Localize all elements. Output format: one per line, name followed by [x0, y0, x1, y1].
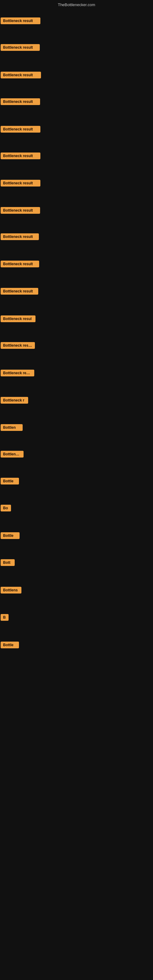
bottleneck-badge-22[interactable]: Bottlens [1, 587, 21, 593]
bottleneck-result-row-9: Bottleneck result [1, 233, 39, 241]
bottleneck-result-row-8: Bottleneck result [1, 207, 40, 215]
bottleneck-badge-24[interactable]: Bottle [1, 641, 19, 648]
bottleneck-badge-10[interactable]: Bottleneck result [1, 261, 39, 267]
bottleneck-badge-19[interactable]: Bo [1, 505, 11, 511]
bottleneck-result-row-23: B [1, 614, 9, 622]
bottleneck-result-row-4: Bottleneck result [1, 98, 40, 106]
bottleneck-badge-15[interactable]: Bottleneck r [1, 397, 28, 404]
bottleneck-result-row-13: Bottleneck result [1, 342, 35, 350]
bottleneck-result-row-3: Bottleneck result [1, 72, 41, 80]
bottleneck-result-row-19: Bo [1, 505, 11, 513]
bottleneck-badge-12[interactable]: Bottleneck resul [1, 315, 35, 322]
bottleneck-badge-20[interactable]: Bottle [1, 532, 19, 539]
bottleneck-result-row-16: Bottlen [1, 424, 22, 432]
bottleneck-result-row-14: Bottleneck result [1, 370, 34, 378]
bottleneck-badge-17[interactable]: Bottleneck [1, 451, 24, 458]
bottleneck-badge-9[interactable]: Bottleneck result [1, 233, 39, 240]
bottleneck-badge-1[interactable]: Bottleneck result [1, 18, 40, 24]
bottleneck-result-row-22: Bottlens [1, 587, 21, 595]
bottleneck-result-row-1: Bottleneck result [1, 18, 40, 25]
bottleneck-result-row-7: Bottleneck result [1, 180, 40, 188]
bottleneck-result-row-10: Bottleneck result [1, 261, 39, 269]
bottleneck-badge-8[interactable]: Bottleneck result [1, 207, 40, 214]
bottleneck-badge-18[interactable]: Bottle [1, 478, 19, 485]
bottleneck-result-row-2: Bottleneck result [1, 44, 40, 52]
bottleneck-badge-23[interactable]: B [1, 614, 9, 621]
bottleneck-badge-16[interactable]: Bottlen [1, 424, 22, 431]
bottleneck-badge-14[interactable]: Bottleneck result [1, 370, 34, 376]
bottleneck-result-row-15: Bottleneck r [1, 397, 28, 405]
bottleneck-result-row-24: Bottle [1, 641, 19, 649]
bottleneck-badge-13[interactable]: Bottleneck result [1, 342, 35, 349]
bottleneck-result-row-17: Bottleneck [1, 451, 24, 459]
site-header: TheBottlenecker.com [0, 0, 153, 8]
bottleneck-result-row-21: Bott [1, 559, 15, 567]
bottleneck-badge-2[interactable]: Bottleneck result [1, 44, 40, 51]
bottleneck-badge-3[interactable]: Bottleneck result [1, 72, 41, 78]
bottleneck-badge-21[interactable]: Bott [1, 559, 15, 566]
bottleneck-badge-6[interactable]: Bottleneck result [1, 153, 40, 159]
bottleneck-result-row-18: Bottle [1, 478, 19, 486]
bottleneck-result-row-6: Bottleneck result [1, 153, 40, 161]
bottleneck-badge-11[interactable]: Bottleneck result [1, 288, 38, 294]
bottleneck-result-row-20: Bottle [1, 532, 19, 540]
bottleneck-result-row-11: Bottleneck result [1, 288, 38, 296]
bottleneck-badge-5[interactable]: Bottleneck result [1, 126, 40, 133]
bottleneck-result-row-5: Bottleneck result [1, 126, 40, 134]
bottleneck-result-row-12: Bottleneck resul [1, 315, 35, 323]
bottleneck-badge-7[interactable]: Bottleneck result [1, 180, 40, 186]
bottleneck-badge-4[interactable]: Bottleneck result [1, 98, 40, 105]
